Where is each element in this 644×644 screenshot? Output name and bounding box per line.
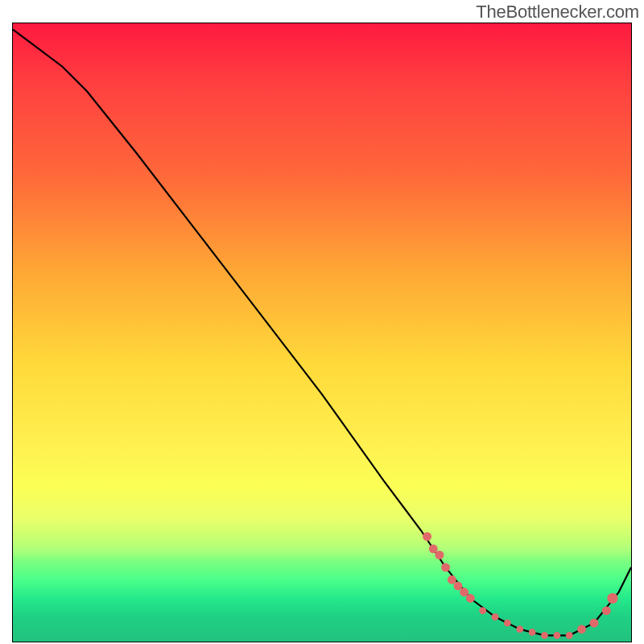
chart-marker-dot xyxy=(607,593,617,604)
chart-marker-dot xyxy=(516,625,523,633)
chart-svg xyxy=(13,23,631,642)
chart-markers xyxy=(423,532,617,639)
chart-marker-dot xyxy=(541,632,548,639)
chart-marker-dot xyxy=(479,607,486,614)
attribution-text: TheBottlenecker.com xyxy=(476,2,639,23)
chart-marker-dot xyxy=(454,581,463,590)
chart-marker-dot xyxy=(441,563,450,572)
chart-marker-dot xyxy=(466,594,475,603)
chart-container: TheBottlenecker.com xyxy=(0,0,644,644)
chart-marker-dot xyxy=(460,588,469,597)
chart-curve xyxy=(13,30,631,636)
chart-marker-dot xyxy=(566,632,573,639)
chart-marker-dot xyxy=(529,629,536,636)
chart-marker-dot xyxy=(492,613,499,621)
chart-marker-dot xyxy=(448,576,456,584)
chart-marker-dot xyxy=(602,606,611,615)
chart-marker-dot xyxy=(504,620,511,627)
chart-marker-dot xyxy=(423,532,431,541)
chart-marker-dot xyxy=(589,619,598,628)
chart-marker-dot xyxy=(429,544,438,553)
chart-marker-dot xyxy=(577,625,586,634)
chart-plot-area xyxy=(12,23,632,642)
chart-marker-dot xyxy=(435,551,444,559)
chart-marker-dot xyxy=(553,632,560,639)
